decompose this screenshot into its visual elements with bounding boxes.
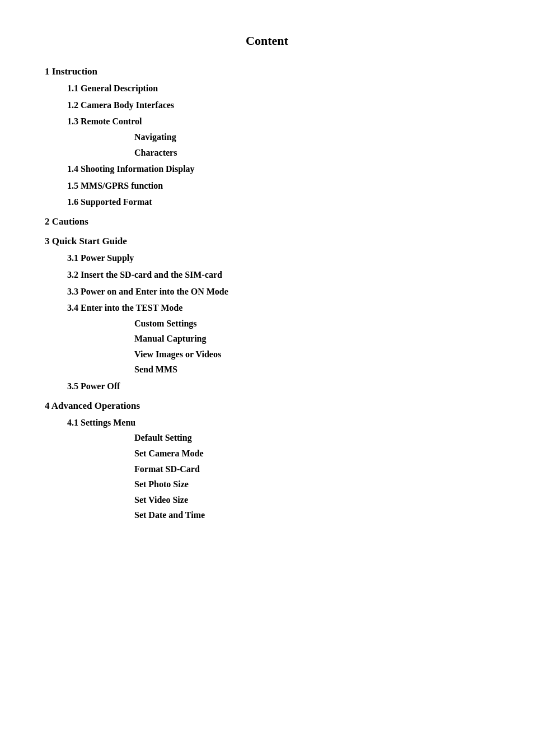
toc-item: 3.2 Insert the SD-card and the SIM-card — [67, 268, 489, 282]
toc-item: Format SD-Card — [134, 462, 489, 477]
toc-item: Send MMS — [134, 362, 489, 377]
toc-item: Set Date and Time — [134, 508, 489, 522]
toc-item: 1.5 MMS/GPRS function — [67, 179, 489, 193]
toc-item: 1 Instruction — [45, 64, 489, 79]
toc-item: 3.3 Power on and Enter into the ON Mode — [67, 284, 489, 299]
toc-item: 1.4 Shooting Information Display — [67, 162, 489, 176]
table-of-contents: 1 Instruction1.1 General Description1.2 … — [45, 64, 489, 522]
toc-item: Default Setting — [134, 431, 489, 445]
toc-item: 3 Quick Start Guide — [45, 234, 489, 249]
toc-item: Set Photo Size — [134, 477, 489, 492]
toc-item: 3.1 Power Supply — [67, 251, 489, 265]
toc-item: 1.1 General Description — [67, 81, 489, 96]
toc-item: 1.2 Camera Body Interfaces — [67, 98, 489, 113]
toc-item: 4.1 Settings Menu — [67, 416, 489, 430]
toc-item: 1.3 Remote Control — [67, 114, 489, 129]
toc-item: Manual Capturing — [134, 332, 489, 346]
toc-item: 1.6 Supported Format — [67, 195, 489, 209]
toc-item: View Images or Videos — [134, 347, 489, 362]
toc-item: 2 Cautions — [45, 214, 489, 229]
toc-item: Custom Settings — [134, 316, 489, 331]
page-title: Content — [45, 34, 489, 48]
toc-item: Navigating — [134, 130, 489, 144]
toc-item: Set Camera Mode — [134, 446, 489, 461]
toc-item: Set Video Size — [134, 493, 489, 507]
toc-item: Characters — [134, 146, 489, 160]
toc-item: 3.5 Power Off — [67, 379, 489, 394]
toc-item: 4 Advanced Operations — [45, 398, 489, 413]
toc-item: 3.4 Enter into the TEST Mode — [67, 301, 489, 315]
